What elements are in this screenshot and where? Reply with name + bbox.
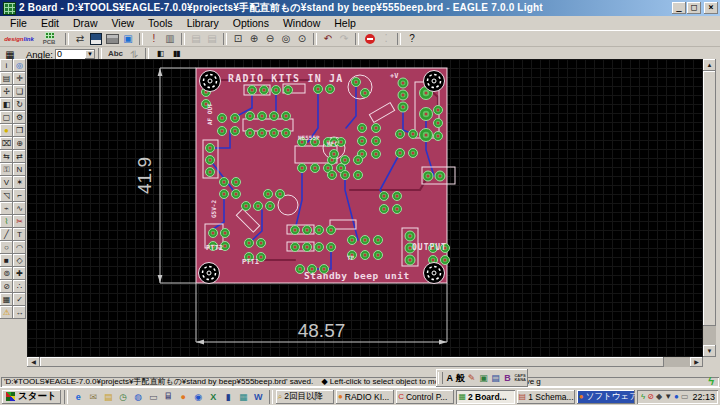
menu-view[interactable]: View bbox=[105, 17, 142, 30]
tool-change[interactable]: ⚙ bbox=[13, 111, 26, 124]
tray-util1-icon[interactable]: ◆ bbox=[656, 390, 662, 404]
load-design-rules-button[interactable]: ▤ bbox=[188, 32, 204, 45]
ime-language-bar[interactable]: A 般 ✎▣▤B CAPS KANA bbox=[436, 369, 528, 387]
scroll-up-button[interactable]: ▲ bbox=[703, 59, 716, 71]
tool-split[interactable]: ⌐ bbox=[13, 189, 26, 202]
taskbar-button-3[interactable]: ▦2 Board... bbox=[456, 390, 514, 404]
tool-name[interactable]: N bbox=[13, 163, 26, 176]
quicklaunch-notebook-icon[interactable]: ▮ bbox=[221, 390, 236, 404]
quicklaunch-desktop-icon[interactable]: ⌸ bbox=[161, 390, 176, 404]
ime-tool-2[interactable]: ▤ bbox=[489, 372, 501, 385]
tool-dimension[interactable]: ↔ bbox=[13, 306, 26, 319]
tool-drc[interactable]: ✓ bbox=[13, 293, 26, 306]
hscroll-thumb[interactable] bbox=[40, 357, 664, 367]
taskbar-button-0[interactable]: ⌕2回目以降 bbox=[276, 390, 334, 404]
tool-signal[interactable]: ✚ bbox=[13, 267, 26, 280]
open-board-button[interactable]: ⇄ bbox=[72, 32, 88, 45]
close-button[interactable]: × bbox=[704, 2, 718, 14]
tool-copy[interactable]: ❏ bbox=[13, 85, 26, 98]
help-button[interactable]: ? bbox=[404, 32, 420, 45]
quicklaunch-blue-ball-icon[interactable]: ◉ bbox=[191, 390, 206, 404]
tool-paste[interactable]: ❒ bbox=[13, 124, 26, 137]
tool-via[interactable]: ⊚ bbox=[0, 267, 13, 280]
ime-tool-1[interactable]: ▣ bbox=[477, 372, 489, 385]
tool-cut[interactable]: ● bbox=[0, 124, 13, 137]
pcb-quote-button[interactable]: PCB bbox=[36, 32, 62, 45]
quicklaunch-scheduler-icon[interactable]: ◷ bbox=[116, 390, 131, 404]
tray-messenger-icon[interactable]: ● bbox=[674, 390, 679, 404]
stop-button[interactable] bbox=[362, 32, 378, 45]
tool-rect[interactable]: ■ bbox=[0, 254, 13, 267]
tool-hole[interactable]: ⊘ bbox=[0, 280, 13, 293]
ime-tool-0[interactable]: ✎ bbox=[465, 372, 477, 385]
tool-delete[interactable]: ⌧ bbox=[0, 137, 13, 150]
angle-select[interactable]: 0 ▼ bbox=[55, 49, 95, 60]
cam-processor-button[interactable]: ▣ bbox=[120, 32, 136, 45]
tool-move[interactable]: ✢ bbox=[0, 85, 13, 98]
taskbar-button-2[interactable]: CControl P... bbox=[396, 390, 454, 404]
ime-grip[interactable] bbox=[438, 372, 443, 384]
quicklaunch-firefox-icon[interactable]: ● bbox=[176, 390, 191, 404]
menu-draw[interactable]: Draw bbox=[66, 17, 105, 30]
chevron-down-icon[interactable]: ▼ bbox=[85, 50, 95, 59]
go-button[interactable]: ⁚ bbox=[378, 32, 394, 45]
tray-util2-icon[interactable]: ▼ bbox=[664, 390, 672, 404]
tool-autorouter[interactable]: ▦ bbox=[0, 293, 13, 306]
tool-info[interactable]: i bbox=[0, 59, 13, 72]
undo-button[interactable]: ↶ bbox=[320, 32, 336, 45]
menu-tools[interactable]: Tools bbox=[141, 17, 180, 30]
tool-circle[interactable]: ○ bbox=[0, 241, 13, 254]
ime-conversion-mode-button[interactable]: 般 bbox=[455, 372, 465, 385]
menu-edit[interactable]: Edit bbox=[34, 17, 66, 30]
horizontal-scrollbar[interactable]: ◀ ▶ bbox=[27, 357, 703, 367]
ime-input-mode-button[interactable]: A bbox=[445, 372, 455, 385]
print-button[interactable] bbox=[104, 32, 120, 45]
tool-smash[interactable]: ✶ bbox=[13, 176, 26, 189]
quicklaunch-mail-icon[interactable]: ✉ bbox=[86, 390, 101, 404]
tool-value[interactable]: V bbox=[0, 176, 13, 189]
minimize-button[interactable]: _ bbox=[672, 2, 686, 14]
tool-mirror[interactable]: ◧ bbox=[0, 98, 13, 111]
zoom-select-button[interactable]: ⊙ bbox=[294, 32, 310, 45]
tool-arc[interactable]: ◠ bbox=[13, 241, 26, 254]
maximize-button[interactable]: □ bbox=[687, 2, 701, 14]
menu-library[interactable]: Library bbox=[180, 17, 226, 30]
tool-ripup[interactable]: ✂ bbox=[13, 215, 26, 228]
tool-add[interactable]: ⊕ bbox=[13, 137, 26, 150]
quicklaunch-window-icon[interactable]: ▭ bbox=[146, 390, 161, 404]
taskbar-button-1[interactable]: ●RADIO KI... bbox=[336, 390, 394, 404]
save-button[interactable] bbox=[88, 32, 104, 45]
tool-miter[interactable]: ◹ bbox=[0, 189, 13, 202]
quicklaunch-media-icon[interactable]: ▦ bbox=[236, 390, 251, 404]
taskbar-button-4[interactable]: ▤1 Schema... bbox=[517, 390, 575, 404]
quicklaunch-folder-icon[interactable]: ▤ bbox=[101, 390, 116, 404]
tool-mark[interactable]: ✛ bbox=[13, 72, 26, 85]
tray-blocked-icon[interactable]: ⊘ bbox=[647, 390, 654, 404]
vertical-scrollbar[interactable]: ▲ ▼ bbox=[703, 59, 716, 357]
tool-errors[interactable]: ⚠ bbox=[0, 306, 13, 319]
quicklaunch-word-icon[interactable]: W bbox=[251, 390, 266, 404]
tool-polygon[interactable]: ◇ bbox=[13, 254, 26, 267]
tool-wire[interactable]: ╱ bbox=[0, 228, 13, 241]
tray-display-icon[interactable]: ▭ bbox=[681, 390, 689, 404]
zoom-in-button[interactable]: ⊕ bbox=[246, 32, 262, 45]
start-button[interactable]: スタート bbox=[2, 390, 61, 404]
tool-show[interactable]: ◎ bbox=[13, 59, 26, 72]
tool-rotate[interactable]: ↻ bbox=[13, 98, 26, 111]
tool-meander[interactable]: ∿ bbox=[13, 202, 26, 215]
ime-tool-3[interactable]: B bbox=[501, 372, 513, 385]
zoom-out-button[interactable]: ⊖ bbox=[262, 32, 278, 45]
redo-button[interactable]: ↷ bbox=[336, 32, 352, 45]
design-link-logo[interactable]: designlink bbox=[2, 32, 36, 45]
tray-updater-icon[interactable]: ϟ bbox=[641, 390, 645, 404]
menu-help[interactable]: Help bbox=[327, 17, 363, 30]
tool-route[interactable]: ⌇ bbox=[0, 215, 13, 228]
scroll-left-button[interactable]: ◀ bbox=[27, 357, 40, 367]
zoom-fit-button[interactable]: ⊡ bbox=[230, 32, 246, 45]
run-ulp-button[interactable]: ! bbox=[146, 32, 162, 45]
menu-file[interactable]: File bbox=[3, 17, 34, 30]
tool-display[interactable]: ▤ bbox=[0, 72, 13, 85]
vscroll-thumb[interactable] bbox=[703, 71, 716, 326]
tool-lock[interactable]: ⚿ bbox=[0, 163, 13, 176]
taskbar-button-5[interactable]: ●ソフトウェア... bbox=[577, 390, 635, 404]
